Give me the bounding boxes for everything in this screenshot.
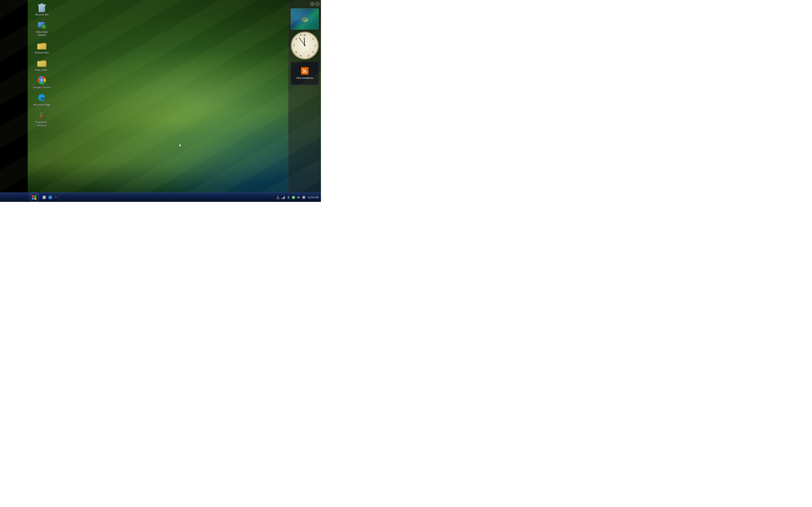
tlauncher-label: TLauncher - Shortcut bbox=[32, 121, 51, 127]
clock-num-4: 4 bbox=[308, 54, 309, 57]
svg-rect-26 bbox=[39, 112, 44, 119]
remove-widget-button[interactable]: - bbox=[315, 2, 319, 6]
vista-sha-icon bbox=[37, 58, 47, 68]
tray-volume-icon[interactable] bbox=[296, 195, 301, 200]
clock-num-3: 3 bbox=[312, 51, 314, 53]
recycle-bin-icon bbox=[37, 3, 47, 12]
rss-icon bbox=[301, 67, 308, 75]
widget-panel: + - 12 1 2 3 4 5 6 7 8 9 bbox=[288, 0, 321, 192]
taskbar: >> bbox=[0, 192, 321, 202]
svg-point-27 bbox=[303, 72, 304, 73]
add-widget-button[interactable]: + bbox=[310, 2, 314, 6]
clock-num-2: 2 bbox=[315, 44, 316, 47]
wise-disk-cleaner-icon: 🧹 bbox=[37, 20, 47, 30]
svg-rect-7 bbox=[38, 22, 45, 27]
clock-num-9: 9 bbox=[300, 34, 301, 36]
clock-num-7: 7 bbox=[294, 44, 295, 47]
turtle-widget[interactable] bbox=[291, 8, 319, 30]
system-tray: 12:54 PM bbox=[274, 195, 321, 200]
svg-point-14 bbox=[41, 79, 43, 81]
mouse-cursor bbox=[179, 143, 182, 148]
microsoft-edge-icon bbox=[37, 93, 47, 103]
svg-rect-35 bbox=[283, 197, 284, 199]
svg-text:🧹: 🧹 bbox=[43, 25, 46, 29]
desktop: Recycle Bin 🧹 bbox=[0, 0, 321, 202]
svg-point-16 bbox=[41, 79, 43, 81]
clock-minute-hand bbox=[299, 37, 305, 46]
clock-center-dot bbox=[304, 45, 305, 46]
svg-marker-32 bbox=[277, 196, 279, 199]
desktop-icon-vista-sha[interactable]: Vista_SHA... bbox=[31, 57, 52, 73]
win-logo-q4 bbox=[34, 198, 37, 200]
start-orb bbox=[30, 193, 39, 202]
start-button[interactable] bbox=[28, 193, 40, 202]
tray-arrow-icon[interactable] bbox=[275, 195, 280, 200]
svg-point-9 bbox=[42, 24, 47, 29]
recycle-bin-label: Recycle Bin bbox=[35, 13, 49, 16]
clock-hour-hand bbox=[304, 38, 305, 46]
desktop-icon-microsoft-edge[interactable]: Microsoft Edge bbox=[31, 91, 52, 108]
win-logo-q2 bbox=[34, 195, 37, 197]
win-logo-q3 bbox=[32, 198, 34, 200]
headlines-label: View headlines bbox=[296, 76, 313, 79]
wise-disk-cleaner-label: Wise Disk Cleaner bbox=[32, 31, 51, 37]
tray-notify-icon[interactable] bbox=[301, 195, 306, 200]
desktop-icon-wise-disk-cleaner[interactable]: 🧹 Wise Disk Cleaner bbox=[31, 18, 52, 38]
desktop-icon-finished-files[interactable]: finished files bbox=[31, 39, 52, 56]
taskbar-clock[interactable]: 12:54 PM bbox=[307, 196, 319, 199]
more-items-button[interactable]: >> bbox=[54, 194, 58, 201]
clock-num-12: 12 bbox=[303, 34, 306, 36]
svg-point-13 bbox=[40, 78, 44, 82]
desktop-icons-area: Recycle Bin 🧹 bbox=[28, 0, 56, 192]
google-chrome-icon bbox=[37, 75, 47, 85]
desktop-icon-tlauncher[interactable]: TLauncher - Shortcut bbox=[31, 109, 52, 128]
svg-rect-5 bbox=[38, 4, 46, 6]
quick-launch-area: >> bbox=[40, 194, 59, 201]
headlines-widget[interactable]: View headlines bbox=[291, 61, 319, 85]
svg-rect-22 bbox=[40, 116, 40, 116]
show-desktop-box bbox=[43, 196, 46, 199]
svg-point-10 bbox=[42, 24, 47, 29]
svg-rect-23 bbox=[41, 117, 42, 117]
svg-rect-34 bbox=[282, 198, 283, 199]
tray-network-icon[interactable] bbox=[281, 195, 286, 200]
rss-svg bbox=[302, 68, 307, 73]
svg-rect-8 bbox=[38, 22, 45, 27]
windows-logo bbox=[32, 195, 37, 200]
svg-rect-36 bbox=[284, 196, 285, 199]
desktop-icon-recycle-bin[interactable]: Recycle Bin bbox=[31, 1, 52, 17]
clock-num-5: 5 bbox=[300, 54, 301, 57]
clock-num-6: 6 bbox=[296, 51, 297, 53]
svg-rect-6 bbox=[41, 3, 43, 5]
clock-num-1: 1 bbox=[312, 38, 314, 40]
desktop-wave2 bbox=[0, 0, 321, 202]
svg-rect-0 bbox=[39, 5, 45, 12]
show-desktop-icon[interactable] bbox=[41, 194, 47, 200]
tray-security-icon[interactable] bbox=[291, 195, 296, 200]
svg-point-15 bbox=[41, 79, 43, 81]
svg-point-12 bbox=[40, 78, 44, 82]
vista-sha-label: Vista_SHA... bbox=[35, 68, 49, 72]
svg-rect-33 bbox=[281, 199, 282, 199]
desktop-icon-google-chrome[interactable]: Google Chrome bbox=[31, 74, 52, 91]
svg-line-4 bbox=[43, 6, 44, 11]
tray-bluetooth-icon[interactable] bbox=[286, 195, 291, 200]
black-border-left bbox=[0, 0, 28, 202]
svg-rect-25 bbox=[43, 117, 44, 118]
svg-rect-1 bbox=[39, 5, 45, 12]
win-logo-q1 bbox=[32, 195, 34, 197]
microsoft-edge-label: Microsoft Edge bbox=[33, 103, 50, 106]
svg-rect-24 bbox=[43, 116, 43, 116]
ie-icon[interactable] bbox=[47, 194, 53, 200]
finished-files-icon bbox=[37, 41, 47, 50]
tlauncher-icon bbox=[37, 110, 47, 120]
google-chrome-label: Google Chrome bbox=[33, 86, 51, 89]
clock-widget: 12 1 2 3 4 5 6 7 8 9 bbox=[291, 32, 319, 60]
desktop-wave1 bbox=[0, 0, 321, 202]
finished-files-label: finished files bbox=[35, 51, 49, 54]
clock-face: 12 1 2 3 4 5 6 7 8 9 bbox=[292, 33, 318, 59]
clock-num-8: 8 bbox=[296, 38, 297, 40]
widget-controls: + - bbox=[310, 2, 321, 6]
